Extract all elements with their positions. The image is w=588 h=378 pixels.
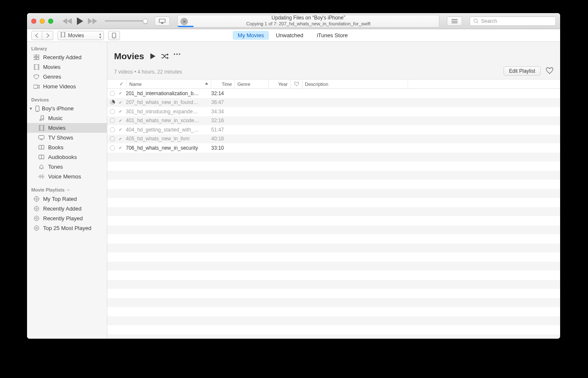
svg-point-4 [474, 19, 477, 22]
edit-playlist-button[interactable]: Edit Playlist [504, 66, 541, 76]
airplay-button[interactable] [155, 16, 170, 26]
table-row[interactable] [107, 271, 560, 280]
row-checkbox[interactable]: ✔ [117, 109, 123, 114]
volume-knob[interactable] [143, 19, 148, 24]
tab-unwatched[interactable]: Unwatched [271, 31, 308, 40]
svg-rect-12 [37, 55, 39, 57]
table-row[interactable] [107, 225, 560, 235]
masks-icon [33, 74, 40, 79]
film-icon [38, 125, 45, 131]
sidebar-playlist-recently-added[interactable]: Recently Added [27, 204, 107, 214]
table-row[interactable] [107, 334, 560, 339]
sidebar-item-home-videos[interactable]: Home Videos [27, 82, 107, 91]
row-checkbox[interactable]: ✔ [117, 91, 123, 96]
table-row[interactable] [107, 325, 560, 334]
sidebar-playlist-top-rated[interactable]: My Top Rated [27, 194, 107, 204]
col-genre[interactable]: Genre [235, 79, 269, 88]
table-row[interactable] [107, 234, 560, 244]
svg-point-49 [174, 53, 175, 55]
play-all-button[interactable] [150, 53, 156, 59]
zoom-window-button[interactable] [48, 19, 53, 24]
sidebar-playlist-top25[interactable]: Top 25 Most Played [27, 223, 107, 233]
disclosure-triangle-icon[interactable]: ▼ [29, 107, 33, 111]
row-checkbox[interactable]: ✔ [117, 145, 123, 150]
svg-rect-13 [34, 58, 36, 60]
media-kind-picker[interactable]: Movies ▴▾ [57, 31, 104, 40]
back-button[interactable] [31, 31, 42, 40]
minimize-window-button[interactable] [40, 19, 45, 24]
table-row[interactable] [107, 262, 560, 271]
table-row[interactable]: ✔706_hd_whats_new_in_security33:10 [107, 143, 560, 153]
play-button[interactable] [76, 17, 84, 25]
table-row[interactable]: ✔401_hd_whats_new_in_xcode_ap…32:16 [107, 116, 560, 126]
sidebar-device-books[interactable]: Books [27, 142, 107, 152]
table-row[interactable] [107, 289, 560, 298]
previous-track-button[interactable] [63, 18, 72, 24]
table-row[interactable] [107, 316, 560, 326]
table-row[interactable] [107, 153, 560, 162]
svg-rect-16 [35, 64, 35, 70]
tab-itunes-store[interactable]: iTunes Store [312, 31, 353, 40]
volume-slider[interactable] [105, 20, 145, 22]
sidebar-item-genres[interactable]: Genres [27, 72, 107, 82]
row-checkbox[interactable]: ✔ [117, 100, 123, 105]
sidebar-item-movies[interactable]: Movies [27, 62, 107, 72]
sidebar-device-tv-override[interactable]: TV Shows [27, 133, 107, 142]
search-field[interactable]: Search [470, 16, 556, 26]
table-row[interactable]: ✔404_hd_getting_started_with_s…51:47 [107, 125, 560, 134]
status-line1: Updating Files on “Boy's iPhone” [246, 15, 370, 21]
col-check[interactable]: ✓ [117, 79, 127, 88]
row-checkbox[interactable]: ✔ [117, 127, 123, 132]
table-row[interactable] [107, 189, 560, 198]
tab-my-movies[interactable]: My Movies [233, 31, 269, 40]
forward-button[interactable] [42, 31, 53, 40]
more-button[interactable] [174, 53, 180, 59]
status-display: ✕ Updating Files on “Boy's iPhone” Copyi… [177, 15, 439, 27]
sidebar-playlist-recently-played[interactable]: Recently Played [27, 214, 107, 223]
next-track-button[interactable] [88, 18, 97, 24]
sidebar-header-playlists[interactable]: Movie Playlists ﹀ [27, 185, 107, 194]
device-button[interactable] [108, 31, 120, 40]
sidebar-item-recently-added[interactable]: Recently Added [27, 52, 107, 62]
sidebar-device-music[interactable]: Music [27, 113, 107, 123]
shuffle-button[interactable] [161, 53, 169, 59]
sidebar-device-tones[interactable]: Tones [27, 162, 107, 172]
col-year[interactable]: Year [269, 79, 291, 88]
table-row[interactable] [107, 252, 560, 262]
col-description[interactable]: Description [302, 79, 408, 88]
up-next-button[interactable] [447, 16, 462, 26]
table-row[interactable]: ✔301_hd_introducing_expanded_…34:34 [107, 107, 560, 116]
table-row[interactable] [107, 298, 560, 307]
table-row[interactable] [107, 216, 560, 225]
table-row[interactable] [107, 207, 560, 216]
table-row[interactable] [107, 198, 560, 207]
sidebar-device-movies[interactable]: Movies [27, 123, 107, 133]
table-row[interactable] [107, 244, 560, 253]
sidebar-item-label: Recently Added [43, 54, 82, 60]
sidebar-device[interactable]: ▼ Boy's iPhone [27, 104, 107, 113]
camcorder-icon [33, 85, 40, 89]
col-time[interactable]: Time [211, 79, 235, 88]
table-row[interactable]: ✔207_hd_whats_new_in_foundatio…36:47 [107, 98, 560, 107]
film-icon [60, 32, 65, 38]
table-row[interactable] [107, 162, 560, 171]
table-row[interactable] [107, 280, 560, 289]
row-time: 32:14 [203, 90, 226, 96]
table-row[interactable] [107, 307, 560, 316]
row-checkbox[interactable]: ✔ [117, 137, 123, 141]
table-row[interactable] [107, 171, 560, 180]
svg-point-38 [35, 198, 37, 200]
col-love[interactable] [291, 79, 302, 88]
love-button[interactable] [546, 67, 554, 76]
table-row[interactable] [107, 180, 560, 189]
sidebar-device-voice-memos[interactable]: Voice Memos [27, 172, 107, 181]
col-name[interactable]: Name [127, 79, 211, 88]
sidebar-device-audiobooks[interactable]: Audiobooks [27, 152, 107, 162]
close-window-button[interactable] [31, 19, 36, 24]
table-row[interactable]: ✔405_hd_whats_new_in_llvm40:18 [107, 134, 560, 144]
chevron-down-icon: ﹀ [67, 189, 70, 192]
sidebar-device-label: Boy's iPhone [42, 105, 74, 112]
row-checkbox[interactable]: ✔ [117, 118, 123, 123]
table-row[interactable]: ✔201_hd_internationalization_bes…32:14 [107, 89, 560, 98]
stop-sync-button[interactable]: ✕ [180, 18, 188, 25]
